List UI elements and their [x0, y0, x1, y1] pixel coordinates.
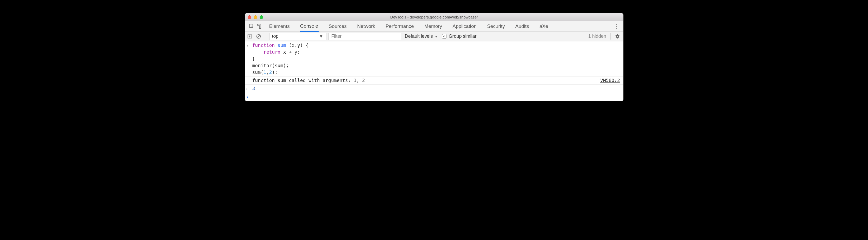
- levels-label: Default levels: [405, 33, 433, 39]
- log-message: function sum called with arguments: 1, 2: [252, 77, 600, 84]
- tab-audits[interactable]: Audits: [515, 21, 530, 31]
- context-label: top: [272, 33, 279, 39]
- separator: [266, 33, 266, 39]
- tab-performance[interactable]: Performance: [385, 21, 414, 31]
- device-toolbar-icon[interactable]: [255, 22, 263, 30]
- inspect-element-icon[interactable]: [248, 22, 255, 30]
- svg-rect-2: [257, 25, 259, 29]
- log-levels-selector[interactable]: Default levels ▼: [403, 33, 438, 39]
- console-toolbar: top ▼ Default levels ▼ ✓ Group similar 1…: [245, 31, 623, 42]
- tab-sources[interactable]: Sources: [328, 21, 347, 31]
- tab-application[interactable]: Application: [452, 21, 477, 31]
- clear-console-icon[interactable]: [256, 34, 263, 39]
- separator: [266, 23, 266, 30]
- console-input-entry: function sum (x,y) { return x + y; } mon…: [245, 42, 623, 77]
- console-body: function sum (x,y) { return x + y; } mon…: [245, 42, 623, 101]
- console-result-entry: 3: [245, 85, 623, 93]
- source-link[interactable]: VM580:2: [600, 77, 621, 84]
- hidden-messages-count[interactable]: 1 hidden: [588, 33, 606, 39]
- tab-memory[interactable]: Memory: [424, 21, 443, 31]
- window-title: DevTools - developers.google.com/web/sho…: [245, 15, 623, 19]
- panel-tabs: Elements Console Sources Network Perform…: [269, 21, 549, 32]
- tab-console[interactable]: Console: [300, 21, 319, 32]
- tab-axe[interactable]: aXe: [539, 21, 549, 31]
- console-prompt[interactable]: [245, 93, 623, 101]
- code-input[interactable]: function sum (x,y) { return x + y; } mon…: [252, 42, 621, 76]
- main-tabbar: Elements Console Sources Network Perform…: [245, 21, 623, 31]
- console-log-entry: function sum called with arguments: 1, 2…: [245, 77, 623, 85]
- group-similar-toggle[interactable]: ✓ Group similar: [442, 33, 476, 39]
- output-chevron-icon: [247, 85, 252, 92]
- tab-network[interactable]: Network: [356, 21, 376, 31]
- separator: [610, 23, 610, 30]
- execution-context-selector[interactable]: top ▼: [269, 33, 327, 40]
- more-options-icon[interactable]: ⋮: [613, 23, 621, 30]
- result-value: 3: [252, 85, 621, 92]
- devtools-window: DevTools - developers.google.com/web/sho…: [245, 13, 623, 101]
- filter-input[interactable]: [329, 33, 401, 40]
- group-similar-label: Group similar: [448, 33, 476, 39]
- titlebar: DevTools - developers.google.com/web/sho…: [245, 13, 623, 21]
- checkbox-checked-icon: ✓: [442, 34, 446, 38]
- input-chevron-icon: [247, 42, 252, 76]
- prompt-input[interactable]: [252, 94, 621, 101]
- console-settings-icon[interactable]: [614, 34, 621, 39]
- dropdown-arrow-icon: ▼: [435, 34, 438, 38]
- tab-security[interactable]: Security: [487, 21, 505, 31]
- log-gutter: [247, 77, 252, 84]
- dropdown-arrow-icon: ▼: [319, 33, 323, 39]
- prompt-chevron-icon: [247, 94, 252, 101]
- tab-elements[interactable]: Elements: [269, 21, 290, 31]
- toggle-sidebar-icon[interactable]: [247, 34, 254, 39]
